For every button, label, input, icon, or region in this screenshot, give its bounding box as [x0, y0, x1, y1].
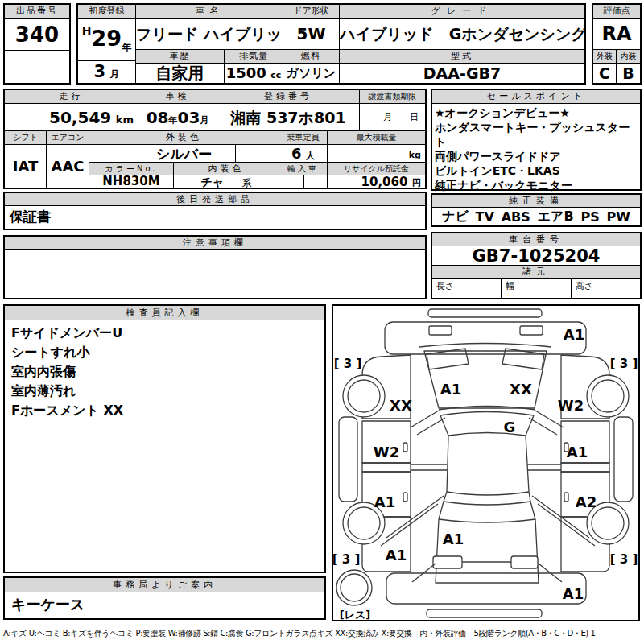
vehicle-block: 初度登録 H29年 3 月 車名 フリード ハイブリッド 車歴 排気量 自家用 … [76, 3, 586, 85]
sales-points-block: セールスポイント ★オークションデビュー★ ホンダスマートキー・プッシュスタート… [431, 89, 642, 191]
equipment-item: ABS [502, 209, 530, 225]
grade-value: ハイブリッド Gホンダセンシング [340, 19, 584, 50]
aircon-header: エアコン [47, 131, 89, 145]
shift-header: シフト [5, 131, 47, 145]
shaken-month-unit: 月 [200, 115, 208, 126]
sales-point-line: 純正ナビ・バックモニター [435, 178, 638, 192]
diagram-mark: W2 [374, 444, 399, 460]
interior-header: 内装 [617, 50, 640, 64]
sales-point-line: ビルトインETC・LKAS [435, 163, 638, 178]
spec-header: 諸元 [432, 266, 640, 279]
diagram-mark: A1 [567, 444, 588, 460]
diagram-block: A1[ 3 ][ 3 ]A1XXXXW2GW2A1A1A2A1A1[ 3 ][ … [332, 304, 640, 621]
color-no-value: NH830M [89, 175, 174, 188]
disp-unit: cc [270, 70, 281, 80]
exterior-grade: C [593, 64, 617, 83]
inspector-line: 室内内張傷 [11, 362, 317, 382]
ext-color-text: シルバー [156, 146, 212, 162]
score-block: 評価点 RA 外装 内装 C B [592, 3, 642, 85]
chassis-block: 車台番号 GB7-1025204 諸元 長さ 幅 高さ [431, 232, 642, 299]
diagram-mark: A2 [576, 493, 597, 510]
width-label: 幅 [502, 279, 571, 298]
auction-sheet: 出品番号 340 初度登録 H29年 3 月 車名 フリード ハイブリッド 車歴… [0, 0, 644, 644]
diagram-mark: [レス] [340, 609, 371, 620]
aircon-value: AAC [47, 145, 89, 188]
shaken-header: 車検 [138, 90, 217, 104]
shaken-month: 03 [178, 108, 200, 127]
mileage-number: 50,549 [49, 108, 111, 127]
details-block: 走行 車検 登録番号 譲渡書類期限 50,549 km 08年03月 湘南 53… [3, 89, 427, 189]
length-label: 長さ [432, 279, 502, 298]
capacity-unit: 人 [306, 151, 315, 161]
chassis-header: 車台番号 [432, 233, 640, 246]
sales-point-line: ホンダスマートキー・プッシュスタート [435, 120, 638, 149]
office-header: 事務局よりご案内 [5, 578, 324, 592]
name-header: 車名 [136, 5, 283, 19]
later-parts-value: 保証書 [5, 206, 425, 229]
shaken-value: 08年03月 [138, 104, 217, 131]
transfer-value: 月 日 [360, 104, 425, 131]
inspector-line: FサイドメンバーU [11, 324, 317, 343]
caution-value [5, 250, 425, 298]
displacement-value: 1500 cc [225, 64, 283, 83]
import-divider [303, 175, 304, 188]
diagram-mark: XX [510, 381, 532, 398]
doors-value: 5W [283, 19, 340, 50]
capacity-header: 乗車定員 [279, 131, 328, 145]
inspector-line: Fホースメント XX [11, 401, 317, 420]
office-block: 事務局よりご案内 キーケース [3, 576, 326, 620]
diagram-mark: A1 [374, 493, 395, 510]
int-color-text: チャ [201, 175, 225, 188]
vehicle-name: フリード ハイブリッド [136, 19, 283, 50]
score-header: 評価点 [593, 5, 640, 19]
doors-header: ドア形状 [283, 5, 340, 19]
first-reg-header: 初度登録 [78, 5, 136, 19]
equipment-block: 純正装備 ナビ TV ABS エアB PS PW [431, 193, 642, 227]
import-value [279, 175, 328, 188]
wheels [336, 375, 629, 605]
sales-point-line: 両側パワースライドドア [435, 149, 638, 163]
lot-empty [5, 51, 69, 83]
lot-block: 出品番号 340 [3, 3, 71, 85]
exterior-header: 外装 [593, 50, 617, 64]
month-unit: 月 [110, 68, 120, 80]
int-color-unit: 系 [242, 177, 251, 188]
recycle-number: 10,060 [361, 175, 408, 188]
office-value: キーケース [5, 592, 324, 618]
equipment-item: PW [607, 209, 630, 225]
shaken-year-unit: 年 [169, 115, 178, 126]
recycle-value: 10,060 円 [328, 175, 425, 188]
equipment-list: ナビ TV ABS エアB PS PW [432, 208, 640, 225]
equipment-item: エアB [538, 208, 574, 225]
sales-point-line: ★オークションデビュー★ [435, 105, 638, 120]
chassis-number: GB7-1025204 [432, 246, 640, 266]
diagram-mark: G [504, 419, 516, 436]
inspector-line: 室内薄汚れ [11, 382, 317, 401]
mileage-value: 50,549 km [5, 104, 138, 131]
sales-points-header: セールスポイント [432, 90, 640, 104]
car-outline [336, 309, 633, 617]
diagram-mark: W2 [558, 397, 584, 414]
displacement-header: 排気量 [225, 50, 283, 64]
recycle-unit: 円 [412, 178, 421, 188]
diagram-mark: [ 3 ] [334, 357, 362, 371]
color-no-header: カラーNo. [89, 163, 174, 175]
shift-value: IAT [5, 145, 47, 188]
caution-block: 注意事項欄 [3, 235, 427, 299]
legend-text: A:キズ U:ヘコミ B:キズを伴うヘコミ P:要塗装 W:補修跡 S:錆 C:… [3, 628, 642, 639]
equipment-item: TV [476, 209, 494, 225]
diagram-mark: A1 [563, 585, 584, 602]
reg-month: 3 [93, 62, 105, 81]
diagram-mark: [ 3 ] [610, 552, 638, 567]
car-diagram-svg: A1[ 3 ][ 3 ]A1XXXXW2GW2A1A1A2A1A1[ 3 ][ … [333, 306, 638, 620]
transfer-header: 譲渡書類期限 [360, 90, 425, 104]
diagram-mark: A1 [564, 326, 584, 343]
inspector-block: 検査員記入欄 FサイドメンバーU シートすれ小 室内内張傷 室内薄汚れ Fホース… [3, 304, 326, 573]
inspector-line: シートすれ小 [11, 343, 317, 362]
lot-header: 出品番号 [5, 5, 69, 19]
diagram-mark: A1 [443, 530, 464, 547]
equipment-item: ナビ [442, 208, 469, 225]
era-letter: H [82, 24, 92, 37]
diagram-mark: A1 [386, 547, 407, 564]
model-header: 型式 [340, 50, 584, 64]
